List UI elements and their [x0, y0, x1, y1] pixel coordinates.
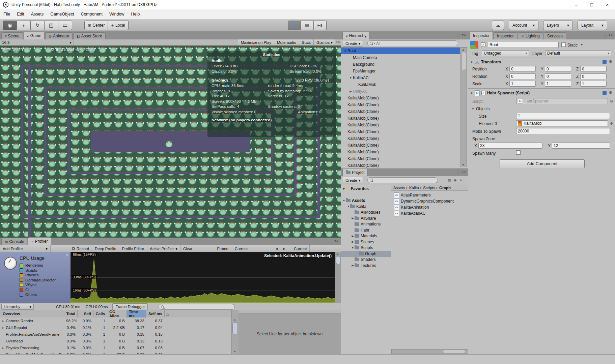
expand-icon[interactable]: ▶ — [2, 326, 5, 329]
project-tree-item[interactable]: ▼Kalita — [341, 204, 391, 210]
tab-hierarchy[interactable]: ≡ Hierarchy — [342, 32, 370, 39]
scroll-up-icon[interactable]: ▲ — [336, 253, 339, 256]
breadcrumb-item[interactable]: Kalita — [409, 186, 419, 190]
foldout-icon[interactable]: ▼ — [470, 61, 473, 64]
column-header-self-ms[interactable]: Self ms — [146, 310, 165, 317]
menu-item-component[interactable]: Component — [77, 12, 106, 17]
profiler-row[interactable]: ▶Camera.Render98.2%0.9%10 B38.330.37 — [0, 317, 231, 324]
static-dropdown-caret[interactable]: ▾ — [581, 43, 583, 47]
hierarchy-item[interactable]: ▶UnityAC — [341, 88, 460, 95]
legend-item-garbagecollector[interactable]: GarbageCollector — [20, 278, 56, 283]
hierarchy-create-button[interactable]: Create ▾ — [343, 40, 363, 47]
project-file-item[interactable]: C#AtlasParameters — [391, 192, 468, 198]
pan-tool-button[interactable]: ◉ — [3, 21, 17, 30]
hierarchy-item[interactable]: KalitaMob(Clone) — [341, 128, 460, 135]
hierarchy-item[interactable]: KalitaMob(Clone) — [341, 149, 460, 155]
foldout-icon[interactable]: ▼ — [346, 205, 350, 208]
menu-item-file[interactable]: File — [0, 12, 13, 17]
scroll-thumb[interactable] — [232, 322, 238, 334]
scroll-down-icon[interactable]: ▼ — [233, 350, 236, 353]
breadcrumb-item[interactable]: Scripts — [423, 186, 435, 190]
tab-inspector-2[interactable]: Inspector — [494, 32, 517, 39]
tab-scene[interactable]: #Scene — [1, 32, 23, 39]
stats-button[interactable]: Stats — [299, 39, 313, 45]
project-tree-item[interactable]: ▶★Favorites — [341, 186, 391, 192]
pause-button[interactable]: ▮▮ — [301, 21, 314, 30]
tab-profiler[interactable]: ◔ Profiler — [28, 237, 51, 245]
object-picker-icon[interactable]: ⊙ — [610, 121, 613, 126]
account-dropdown[interactable]: Account ▾ — [509, 21, 538, 30]
cpu-usage-card[interactable]: × CPU Usage RenderingScriptsPhysicsGarba… — [0, 252, 71, 303]
tab-lighting[interactable]: ☀Lighting — [518, 32, 543, 39]
chart-scrollbar[interactable]: ▲ — [335, 252, 341, 303]
breadcrumb-item[interactable]: Assets — [393, 186, 405, 190]
project-tree-item[interactable]: Habr — [341, 227, 391, 233]
expand-icon[interactable]: ▶ — [2, 320, 5, 323]
rect-tool-button[interactable]: ▭ — [58, 21, 72, 30]
active-checkbox[interactable]: ✓ — [481, 42, 485, 47]
pivot-center-button[interactable]: ▣ Center — [84, 21, 108, 30]
transform-scale-x-field[interactable]: 1 — [509, 81, 536, 87]
scroll-thumb[interactable] — [461, 52, 466, 70]
legend-item-scripts[interactable]: Scripts — [20, 268, 56, 273]
scroll-up-icon[interactable]: ▲ — [233, 318, 236, 321]
project-file-item[interactable]: C#KalitaAtlasAC — [391, 210, 468, 216]
foldout-icon[interactable]: ▶ — [351, 235, 355, 238]
rotate-tool-button[interactable]: ↻ — [31, 21, 45, 30]
foldout-icon[interactable]: ▶ — [351, 240, 355, 243]
zone-y-field[interactable]: 12 — [552, 143, 610, 149]
project-tree-item[interactable]: Animations — [341, 221, 391, 228]
project-tree-item[interactable]: AllModules — [341, 210, 391, 216]
lock-icon[interactable] — [457, 34, 460, 37]
hierarchy-panel-menu[interactable]: ▾≡ — [457, 33, 466, 37]
hierarchy-item[interactable]: KalitaMob(Clone) — [341, 122, 460, 128]
component-enabled-checkbox[interactable]: ✓ — [481, 91, 485, 95]
scroll-thumb[interactable] — [443, 350, 465, 353]
hierarchy-item[interactable]: Main Camera — [341, 54, 460, 61]
hierarchy-search-input[interactable]: ▾ All — [367, 40, 458, 46]
legend-item-rendering[interactable]: Rendering — [20, 263, 56, 268]
profiler-row[interactable]: Overhead0.3%0.3%10 B0.130.13 — [0, 338, 231, 344]
maximize-on-play-button[interactable]: Maximize on Play — [238, 39, 274, 45]
close-button[interactable]: × — [599, 0, 615, 9]
favorites-filter-icon[interactable]: ★ — [459, 178, 463, 182]
gameobject-name-field[interactable]: Root — [488, 42, 559, 48]
transform-position-y-field[interactable]: 0 — [545, 66, 571, 72]
project-tree-item[interactable]: ▼Scripts — [341, 245, 391, 251]
foldout-icon[interactable]: ▼ — [348, 77, 353, 80]
profiler-search-input[interactable] — [159, 304, 235, 310]
add-profiler-dropdown[interactable]: Add Profiler ▾ — [0, 245, 51, 252]
play-button[interactable]: ▶ — [288, 21, 301, 30]
hierarchy-item[interactable]: KalitaMob(Clone) — [341, 142, 460, 149]
transform-position-x-field[interactable]: 0 — [509, 66, 536, 72]
profiler-row[interactable]: ▶GUI.Repaint0.4%0.1%12.2 KB0.170.04 — [0, 324, 231, 331]
hierarchy-item[interactable]: ▼Root — [341, 48, 460, 54]
transform-scale-z-field[interactable]: 1 — [580, 81, 607, 87]
frame-debugger-button[interactable]: Frame Debugger — [112, 303, 148, 310]
script-field[interactable]: C# HabrSpawner — [516, 98, 608, 104]
scroll-up-icon[interactable]: ▲ — [462, 48, 465, 51]
hierarchy-item[interactable]: Background — [341, 61, 460, 68]
menu-item-assets[interactable]: Assets — [28, 12, 47, 17]
tab-inspector[interactable]: Inspector — [470, 32, 493, 39]
breadcrumb-item[interactable]: Graph — [439, 186, 451, 190]
spawn-many-checkbox[interactable]: ✓ — [516, 150, 521, 155]
project-horizontal-scrollbar[interactable] — [391, 349, 468, 354]
active-profiler-dropdown[interactable]: Active Profiler ▾ — [147, 245, 180, 252]
project-create-button[interactable]: Create ▾ — [343, 177, 363, 183]
help-icon[interactable] — [603, 60, 607, 64]
tab-game[interactable]: ◕Game — [24, 32, 45, 39]
expand-icon[interactable]: ▶ — [2, 346, 5, 350]
clear-button[interactable]: Clear — [180, 245, 195, 252]
objects-foldout[interactable]: ▼ Objects — [472, 107, 490, 111]
next-frame-button[interactable]: ▶ — [280, 245, 288, 252]
transform-rotation-y-field[interactable]: 0 — [545, 73, 571, 79]
cpu-profiler-chart[interactable]: Selected: KalitaAnimation.Update() 66ms … — [71, 252, 335, 303]
search-by-type-icon[interactable]: ▦ — [447, 178, 451, 182]
game-view[interactable]: FPS: 21.9 MobsOnScene: 20001 Statistics … — [0, 46, 341, 238]
step-button[interactable]: ▶▮ — [314, 21, 327, 30]
deep-profile-button[interactable]: Deep Profile — [92, 245, 119, 252]
tab-asset-store[interactable]: ◧Asset Store — [73, 32, 105, 39]
hierarchy-item[interactable]: KalitaMob(Clone) — [341, 101, 460, 108]
column-header-gc-alloc[interactable]: GC Alloc — [107, 310, 127, 317]
